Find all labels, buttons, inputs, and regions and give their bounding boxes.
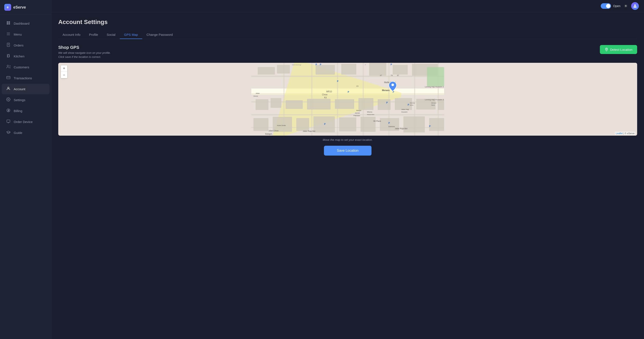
sidebar-item-settings[interactable]: Settings (2, 95, 50, 105)
tabs: Account Info Profile Social GPS Map Chan… (58, 31, 637, 39)
svg-rect-43 (427, 67, 444, 86)
svg-text:Menara: Menara (431, 102, 436, 104)
svg-point-15 (8, 99, 9, 100)
svg-rect-12 (7, 76, 10, 79)
guide-icon (6, 130, 11, 136)
svg-text:Lorong Haji Hussein 3: Lorong Haji Hussein 3 (425, 98, 444, 101)
page-content: Account Settings Account Info Profile So… (52, 12, 644, 339)
zoom-in-icon: + (63, 66, 65, 71)
sidebar-item-dashboard[interactable]: Dashboard (2, 18, 50, 29)
toggle-label: Open (613, 4, 620, 8)
subtitle2: Click save if the location is correct. (58, 55, 111, 58)
orders-icon (6, 43, 11, 48)
sidebar-item-dashboard-label: Dashboard (14, 22, 29, 25)
sidebar-item-guide[interactable]: Guide (2, 128, 50, 138)
svg-rect-61 (404, 116, 425, 132)
map-attribution: Leaflet | © eServe (615, 132, 636, 135)
sidebar-item-kitchen[interactable]: Kitchen (2, 51, 50, 62)
sidebar-item-orders[interactable]: Orders (2, 40, 50, 50)
svg-text:Jalan Chow: Jalan Chow (268, 130, 279, 132)
tab-profile[interactable]: Profile (84, 31, 102, 39)
svg-rect-59 (360, 117, 376, 132)
tab-account-info[interactable]: Account Info (58, 31, 84, 39)
app-name: eServe (13, 5, 26, 10)
svg-text:Menara: Menara (382, 89, 390, 92)
sidebar-item-menu-label: Menu (14, 32, 22, 36)
svg-rect-50 (378, 99, 390, 110)
svg-rect-44 (256, 99, 268, 110)
svg-rect-62 (429, 118, 444, 131)
save-location-button[interactable]: Save Location (324, 146, 371, 156)
sidebar-item-billing-label: Billing (14, 109, 22, 113)
svg-text:P: P (337, 80, 338, 82)
svg-text:P: P (365, 64, 366, 66)
app-logo: e (4, 4, 11, 11)
svg-rect-37 (277, 65, 290, 74)
avatar[interactable] (631, 2, 639, 10)
svg-text:87: 87 (397, 74, 399, 76)
zoom-out-icon: − (63, 73, 65, 77)
svg-text:Jalan Raja Bot: Jalan Raja Bot (395, 128, 408, 130)
sidebar-item-transactions[interactable]: Transactions (2, 73, 50, 83)
sidebar-item-billing[interactable]: Billing (2, 106, 50, 116)
tab-gps-map[interactable]: GPS Map (120, 31, 142, 39)
tab-social[interactable]: Social (102, 31, 120, 39)
svg-rect-48 (335, 99, 354, 109)
sidebar-item-customers-label: Customers (14, 65, 29, 69)
svg-text:Menara: Menara (410, 102, 415, 104)
svg-rect-49 (358, 98, 374, 110)
svg-text:Hotel.Smile: Hotel.Smile (277, 124, 286, 126)
settings-icon (6, 97, 11, 103)
gps-info: Shop GPS We will show navigate icon on y… (58, 45, 111, 59)
svg-text:Batagot..: Batagot.. (265, 133, 273, 135)
sidebar-item-order-device[interactable]: Order Device (2, 116, 50, 127)
svg-text:P: P (324, 123, 326, 125)
svg-text:Wisma: Wisma (367, 111, 372, 113)
svg-text:Naza: Naza (431, 104, 435, 106)
section-title: Shop GPS (58, 45, 111, 50)
svg-text:P: P (320, 64, 321, 66)
svg-text:Hress: Hress (254, 95, 258, 97)
sidebar-item-menu[interactable]: Menu (2, 29, 50, 40)
svg-text:23: 23 (356, 85, 358, 87)
billing-icon (6, 108, 11, 114)
svg-text:P: P (388, 122, 390, 124)
theme-icon[interactable]: ☀ (624, 4, 628, 8)
tab-change-password[interactable]: Change Password (142, 31, 177, 39)
svg-rect-0 (7, 22, 8, 23)
leaflet-link[interactable]: Leaflet (616, 132, 624, 134)
transactions-icon (6, 76, 11, 81)
zoom-out-button[interactable]: − (61, 72, 67, 78)
svg-rect-45 (270, 98, 281, 108)
map-hint: Move the map to set your exact location. (58, 138, 637, 142)
svg-point-107 (392, 84, 394, 86)
zoom-in-button[interactable]: + (61, 65, 67, 72)
gps-header: Shop GPS We will show navigate icon on y… (58, 45, 637, 59)
svg-point-11 (7, 65, 8, 67)
open-toggle[interactable] (601, 3, 611, 9)
svg-rect-6 (7, 35, 10, 35)
svg-text:P: P (429, 125, 430, 128)
svg-text:P: P (408, 104, 409, 106)
eserve-attribution: © eServe (625, 132, 634, 134)
svg-rect-41 (393, 65, 408, 74)
svg-text:Mt Plaza: Mt Plaza (374, 120, 381, 122)
order-device-icon (6, 119, 11, 124)
location-pin-icon (604, 48, 608, 52)
svg-text:47: 47 (380, 74, 382, 76)
customers-icon (6, 64, 11, 70)
detect-location-button[interactable]: Detect Location (600, 45, 637, 54)
svg-rect-5 (7, 34, 10, 34)
map-container[interactable]: Lorong Haji Hussein 2 Lorong Haji Hussei… (58, 63, 637, 136)
svg-rect-51 (395, 98, 412, 110)
sidebar-item-account[interactable]: Account (2, 84, 50, 94)
svg-text:Jalan: Jalan (256, 92, 260, 94)
svg-text:Jalan Raja Bot: Jalan Raja Bot (303, 130, 315, 132)
map-controls: + − (61, 65, 67, 78)
svg-rect-4 (7, 32, 10, 33)
sidebar-item-settings-label: Settings (14, 98, 25, 102)
svg-text:Arina: Arina (410, 104, 413, 106)
leaflet-label: Leaflet (616, 132, 623, 134)
sidebar-item-customers[interactable]: Customers (2, 62, 50, 72)
svg-rect-58 (339, 118, 356, 131)
